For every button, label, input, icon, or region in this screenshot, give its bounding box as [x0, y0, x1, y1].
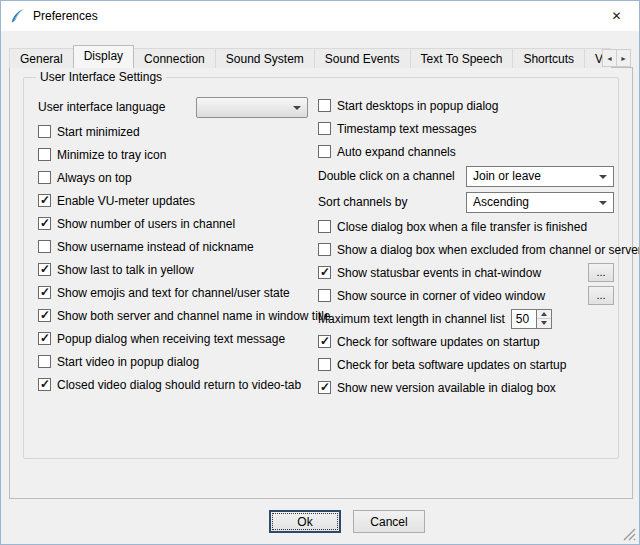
checkbox-label: Show new version available in dialog box — [337, 381, 556, 395]
checkbox[interactable] — [38, 332, 51, 345]
left-column: User interface language Start minimized … — [38, 94, 308, 396]
checkbox-row-closed-video-dialog[interactable]: Closed video dialog should return to vid… — [38, 373, 308, 396]
checkbox-label: Start desktops in popup dialog — [337, 99, 498, 113]
titlebar[interactable]: Preferences ✕ — [1, 1, 639, 31]
checkbox-row-always-on-top[interactable]: Always on top — [38, 166, 308, 189]
checkbox-label: Closed video dialog should return to vid… — [57, 378, 301, 392]
checkbox-label: Enable VU-meter updates — [57, 194, 195, 208]
checkbox[interactable] — [38, 355, 51, 368]
checkbox-row-last-to-talk[interactable]: Show last to talk in yellow — [38, 258, 308, 281]
ok-button[interactable]: Ok — [269, 510, 341, 533]
chevron-down-icon — [599, 201, 607, 205]
close-button[interactable]: ✕ — [594, 1, 639, 30]
tab-scrollers: ◄ ► — [603, 49, 631, 67]
tab-scroll-right-button[interactable]: ► — [616, 49, 631, 67]
spin-down-icon[interactable] — [537, 318, 551, 328]
checkbox-row-software-updates[interactable]: Check for software updates on startup — [318, 330, 614, 353]
checkbox-label: Check for software updates on startup — [337, 335, 540, 349]
sort-channels-combobox[interactable]: Ascending — [466, 192, 614, 213]
double-click-row: Double click on a channel Join or leave — [318, 163, 614, 189]
checkbox-label: Start minimized — [57, 125, 140, 139]
checkbox[interactable] — [38, 286, 51, 299]
checkbox-row-vu-meter[interactable]: Enable VU-meter updates — [38, 189, 308, 212]
checkbox-label: Show username instead of nickname — [57, 240, 254, 254]
double-click-combobox[interactable]: Join or leave — [466, 166, 614, 187]
max-text-length-row: Maximum text length in channel list 50 — [318, 307, 614, 330]
checkbox-row-minimize-tray[interactable]: Minimize to tray icon — [38, 143, 308, 166]
checkbox-label: Show source in corner of video window — [337, 289, 545, 303]
checkbox-row-username-nickname[interactable]: Show username instead of nickname — [38, 235, 308, 258]
tab-text-to-speech[interactable]: Text To Speech — [410, 48, 514, 68]
tab-sound-events[interactable]: Sound Events — [314, 48, 411, 68]
checkbox[interactable] — [318, 99, 331, 112]
checkbox[interactable] — [318, 381, 331, 394]
tab-general[interactable]: General — [9, 48, 74, 68]
tab-bar: General Display Connection Sound System … — [9, 45, 611, 68]
checkbox-label: Show emojis and text for channel/user st… — [57, 286, 290, 300]
checkbox-row-emojis[interactable]: Show emojis and text for channel/user st… — [38, 281, 308, 304]
checkbox[interactable] — [38, 125, 51, 138]
max-text-length-value[interactable]: 50 — [511, 309, 537, 329]
checkbox[interactable] — [318, 266, 331, 279]
checkbox[interactable] — [318, 122, 331, 135]
checkbox[interactable] — [318, 145, 331, 158]
right-column: Start desktops in popup dialog Timestamp… — [318, 94, 614, 399]
statusbar-events-row: Show statusbar events in chat-window ... — [318, 261, 614, 284]
tab-sound-system[interactable]: Sound System — [215, 48, 315, 68]
chevron-down-icon — [293, 106, 301, 110]
user-interface-settings-group: User Interface Settings User interface l… — [23, 77, 619, 459]
checkbox[interactable] — [318, 289, 331, 302]
checkbox[interactable] — [38, 217, 51, 230]
checkbox-row-popup-text-message[interactable]: Popup dialog when receiving text message — [38, 327, 308, 350]
double-click-label: Double click on a channel — [318, 169, 455, 183]
cancel-button[interactable]: Cancel — [353, 510, 425, 533]
checkbox[interactable] — [38, 194, 51, 207]
statusbar-events-options-button[interactable]: ... — [588, 263, 614, 282]
checkbox-row-new-version[interactable]: Show new version available in dialog box — [318, 376, 614, 399]
tab-scroll-left-button[interactable]: ◄ — [602, 49, 617, 67]
checkbox-row-beta-updates[interactable]: Check for beta software updates on start… — [318, 353, 614, 376]
checkbox-row-number-of-users[interactable]: Show number of users in channel — [38, 212, 308, 235]
checkbox[interactable] — [38, 148, 51, 161]
checkbox-row-excluded-dialog[interactable]: Show a dialog box when excluded from cha… — [318, 238, 614, 261]
checkbox[interactable] — [38, 263, 51, 276]
chevron-down-icon — [599, 175, 607, 179]
checkbox[interactable] — [318, 358, 331, 371]
checkbox[interactable] — [318, 220, 331, 233]
checkbox-label: Popup dialog when receiving text message — [57, 332, 285, 346]
checkbox-row-window-title[interactable]: Show both server and channel name in win… — [38, 304, 308, 327]
max-text-length-spinner[interactable]: 50 — [511, 309, 552, 329]
checkbox-label: Show a dialog box when excluded from cha… — [337, 243, 640, 257]
checkbox-label: Check for beta software updates on start… — [337, 358, 566, 372]
tab-display[interactable]: Display — [73, 45, 134, 68]
double-click-value: Join or leave — [473, 169, 541, 183]
video-source-options-button[interactable]: ... — [588, 286, 614, 305]
group-title: User Interface Settings — [36, 70, 166, 84]
checkbox-label: Timestamp text messages — [337, 122, 477, 136]
sort-channels-row: Sort channels by Ascending — [318, 189, 614, 215]
tab-shortcuts[interactable]: Shortcuts — [512, 48, 585, 68]
sort-channels-label: Sort channels by — [318, 195, 407, 209]
checkbox-row-file-transfer[interactable]: Close dialog box when a file transfer is… — [318, 215, 614, 238]
language-combobox[interactable] — [196, 97, 308, 118]
tab-connection[interactable]: Connection — [133, 48, 216, 68]
checkbox[interactable] — [38, 240, 51, 253]
checkbox-row-auto-expand[interactable]: Auto expand channels — [318, 140, 614, 163]
checkbox-row-timestamp[interactable]: Timestamp text messages — [318, 117, 614, 140]
checkbox[interactable] — [38, 171, 51, 184]
checkbox-label: Show last to talk in yellow — [57, 263, 194, 277]
preferences-dialog: Preferences ✕ General Display Connection… — [0, 0, 640, 545]
checkbox[interactable] — [318, 335, 331, 348]
checkbox[interactable] — [38, 309, 51, 322]
checkbox-label: Always on top — [57, 171, 132, 185]
app-icon — [9, 8, 25, 24]
resize-grip[interactable] — [623, 528, 636, 541]
checkbox[interactable] — [318, 243, 331, 256]
checkbox-row-video-popup[interactable]: Start video in popup dialog — [38, 350, 308, 373]
checkbox[interactable] — [38, 378, 51, 391]
spinner-buttons — [537, 309, 552, 329]
spin-up-icon[interactable] — [537, 310, 551, 319]
window-title: Preferences — [33, 9, 98, 23]
checkbox-row-start-minimized[interactable]: Start minimized — [38, 120, 308, 143]
checkbox-row-start-desktops[interactable]: Start desktops in popup dialog — [318, 94, 614, 117]
